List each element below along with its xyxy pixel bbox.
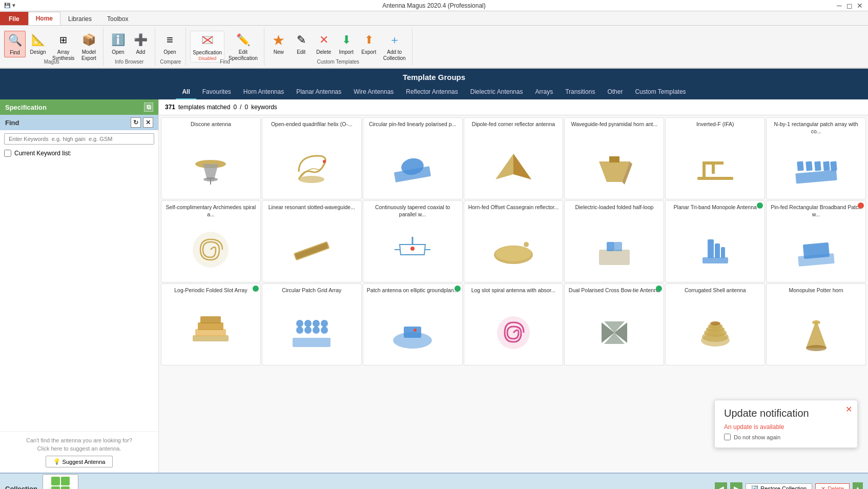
antenna-card-rect-array[interactable]: N-by-1 rectangular patch array with co..… bbox=[766, 117, 866, 199]
compare-group-label: Compare bbox=[155, 59, 185, 65]
tab-toolbox[interactable]: Toolbox bbox=[99, 12, 136, 25]
antenna-card-logperiodic[interactable]: Log-Periodic Folded Slot Array bbox=[161, 283, 261, 365]
antenna-card-horn[interactable]: Waveguide-fed pyramidal horn ant... bbox=[564, 117, 664, 199]
nav-dielectric[interactable]: Dielectric Antennas bbox=[464, 85, 529, 99]
design-button[interactable]: 📐 Design bbox=[28, 31, 48, 56]
update-close-button[interactable]: ✕ bbox=[845, 404, 852, 414]
svg-rect-19 bbox=[712, 165, 715, 174]
new-template-button[interactable]: ★ New bbox=[268, 31, 289, 56]
suggest-antenna-button[interactable]: 💡 Suggest Antenna bbox=[46, 456, 113, 467]
nav-horn[interactable]: Horn Antennas bbox=[237, 85, 290, 99]
restore-icon: 🔄 bbox=[751, 485, 758, 490]
antenna-img-bowtie bbox=[568, 303, 660, 362]
delete-template-button[interactable]: ✕ Delete bbox=[314, 31, 334, 56]
antenna-img-discone bbox=[164, 137, 257, 196]
antenna-card-tapered[interactable]: Continuously tapered coaxial to parallel… bbox=[363, 200, 463, 282]
antenna-card-cassegrain[interactable]: Horn-fed Offset Cassegrain reflector... bbox=[464, 200, 564, 282]
nav-transitions[interactable]: Transitions bbox=[559, 85, 601, 99]
nav-all[interactable]: All bbox=[176, 85, 196, 99]
tab-home[interactable]: Home bbox=[28, 12, 60, 25]
restore-collection-button[interactable]: 🔄 Restore Collection bbox=[746, 483, 812, 490]
antenna-card-corrugated[interactable]: Corrugated Shell antenna bbox=[665, 283, 765, 365]
find-button[interactable]: 🔍 Find bbox=[4, 31, 26, 57]
window-controls[interactable]: ─ ◻ ✕ bbox=[835, 2, 864, 10]
edit-template-button[interactable]: ✎ Edit bbox=[291, 31, 312, 56]
collection-prev-button[interactable]: ◀ bbox=[715, 482, 727, 489]
nav-reflector[interactable]: Reflector Antennas bbox=[400, 85, 464, 99]
collection-next-button[interactable]: ▶ bbox=[730, 482, 742, 489]
quick-save-icon[interactable]: 💾 bbox=[4, 3, 10, 8]
antenna-card-folded[interactable]: Dielectric-loaded folded half-loop bbox=[564, 200, 664, 282]
open-info-button[interactable]: ℹ️ Open bbox=[108, 31, 128, 56]
antenna-card-triband[interactable]: Planar Tri-band Monopole Antenna bbox=[665, 200, 765, 282]
antenna-card-circular-pin[interactable]: Circular pin-fed linearly polarised p... bbox=[363, 117, 463, 199]
restore-button[interactable]: ◻ bbox=[845, 2, 854, 10]
find-header: Find ↻ ✕ bbox=[0, 115, 158, 130]
open-compare-button[interactable]: ≡ Open bbox=[159, 31, 180, 56]
import-template-button[interactable]: ⬇ Import bbox=[336, 31, 357, 56]
nav-favourites[interactable]: Favourites bbox=[196, 85, 237, 99]
open-compare-icon: ≡ bbox=[161, 32, 178, 48]
antenna-card-circular-grid[interactable]: Circular Patch Grid Array bbox=[262, 283, 362, 365]
template-groups-title: Template Groups bbox=[403, 73, 465, 82]
nav-arrays[interactable]: Arrays bbox=[529, 85, 559, 99]
find-icon: 🔍 bbox=[7, 32, 23, 49]
antenna-title-slotted: Linear resonant slotted-waveguide... bbox=[268, 204, 355, 218]
tab-libraries[interactable]: Libraries bbox=[60, 12, 99, 25]
antenna-img-tapered bbox=[366, 220, 459, 279]
tab-file[interactable]: File bbox=[0, 12, 28, 25]
antenna-card-bowtie[interactable]: Dual Polarised Cross Bow-tie Antenna bbox=[564, 283, 664, 365]
svg-rect-25 bbox=[830, 161, 837, 171]
svg-rect-42 bbox=[715, 243, 720, 258]
nav-wire[interactable]: Wire Antennas bbox=[347, 85, 400, 99]
sidebar-scroll-area[interactable] bbox=[0, 159, 158, 431]
antenna-card-ifa[interactable]: Inverted-F (IFA) bbox=[665, 117, 765, 199]
delete-collection-button[interactable]: ✕ Delete bbox=[815, 483, 850, 490]
antenna-card-slotted[interactable]: Linear resonant slotted-waveguide... bbox=[262, 200, 362, 282]
find-group-label: Find bbox=[186, 59, 263, 65]
nav-other[interactable]: Other bbox=[601, 85, 629, 99]
spec-disabled-button[interactable]: Specification Disabled bbox=[190, 31, 224, 63]
quick-access-toolbar[interactable]: 💾 ▼ bbox=[4, 3, 16, 8]
antenna-title-folded: Dielectric-loaded folded half-loop bbox=[575, 204, 653, 218]
keyword-checkbox[interactable] bbox=[4, 150, 11, 157]
add-info-button[interactable]: ➕ Add bbox=[130, 31, 151, 56]
antenna-card-log-slot[interactable]: Log slot spiral antenna with absor... bbox=[464, 283, 564, 365]
antenna-card-rect-patch[interactable]: Pin-fed Rectangular Broadband Patch w... bbox=[766, 200, 866, 282]
antenna-card-elliptic[interactable]: Patch antenna on elliptic groundplan... bbox=[363, 283, 463, 365]
antenna-title-circular-grid: Circular Patch Grid Array bbox=[282, 287, 341, 301]
nav-planar[interactable]: Planar Antennas bbox=[290, 85, 347, 99]
antenna-img-potter bbox=[770, 303, 862, 362]
nav-custom[interactable]: Custom Templates bbox=[629, 85, 692, 99]
export-template-button[interactable]: ⬆ Export bbox=[359, 31, 379, 56]
find-refresh-icon[interactable]: ↻ bbox=[131, 117, 141, 128]
ribbon-group-info-browser: ℹ️ Open ➕ Add Info Browser bbox=[104, 28, 155, 66]
design-label: Design bbox=[30, 49, 46, 55]
antenna-card-helix[interactable]: Open-ended quadrifilar helix (O-... bbox=[262, 117, 362, 199]
antenna-card-corner[interactable]: Dipole-fed corner reflector antenna bbox=[464, 117, 564, 199]
collection-expand-button[interactable]: ▲ bbox=[853, 482, 863, 489]
quick-dropdown-icon[interactable]: ▼ bbox=[11, 3, 16, 8]
edit-spec-button[interactable]: ✏️ EditSpecification bbox=[226, 31, 260, 63]
antenna-title-rect-array: N-by-1 rectangular patch array with co..… bbox=[770, 121, 862, 135]
minimize-button[interactable]: ─ bbox=[835, 2, 843, 10]
add-info-label: Add bbox=[136, 49, 145, 55]
add-collection-button[interactable]: ＋ Add toCollection bbox=[381, 31, 408, 63]
model-export-button[interactable]: 📦 ModelExport bbox=[78, 31, 99, 63]
antenna-img-horn bbox=[568, 137, 660, 196]
suggest-btn-label: Suggest Antenna bbox=[63, 459, 106, 465]
svg-rect-15 bbox=[609, 156, 619, 162]
antenna-img-corrugated bbox=[669, 303, 761, 362]
antenna-card-discone[interactable]: Discone antenna bbox=[161, 117, 261, 199]
array-synthesis-button[interactable]: ⊞ ArraySynthesis bbox=[50, 31, 76, 63]
close-button[interactable]: ✕ bbox=[856, 2, 864, 10]
antenna-card-spiral[interactable]: Self-complimentary Archimedes spiral a..… bbox=[161, 200, 261, 282]
search-input[interactable] bbox=[4, 133, 154, 145]
find-clear-icon[interactable]: ✕ bbox=[143, 117, 153, 128]
donotshow-checkbox[interactable] bbox=[724, 434, 731, 440]
collection-item-array1[interactable]: Array 1 bbox=[43, 474, 78, 490]
specification-expand-icon[interactable]: ⧉ bbox=[144, 103, 153, 112]
antenna-img-triband bbox=[669, 220, 761, 279]
antenna-card-potter[interactable]: Monopulse Potter horn bbox=[766, 283, 866, 365]
svg-rect-40 bbox=[702, 257, 728, 263]
